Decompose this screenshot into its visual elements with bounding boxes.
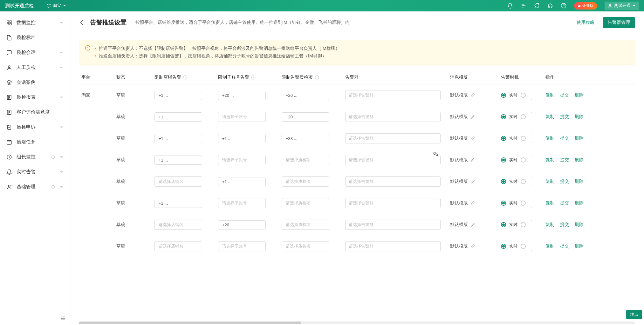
info-icon[interactable] (183, 75, 188, 80)
timing-other-radio[interactable] (521, 136, 526, 141)
edit-icon[interactable] (470, 179, 475, 184)
copy-link[interactable]: 复制 (545, 243, 554, 249)
shop-select[interactable]: +1 ... (154, 156, 202, 165)
timing-other-radio[interactable] (521, 157, 526, 162)
timing-other-radio[interactable] (521, 222, 526, 227)
alert-group-select[interactable]: 请选择告警群 (345, 155, 441, 165)
platform-selector[interactable]: 淘宝 (46, 3, 66, 9)
user-menu[interactable]: 测试开通 (605, 2, 639, 10)
subaccount-select[interactable]: +20 ... (218, 91, 266, 100)
timing-other-radio[interactable] (521, 201, 526, 206)
timing-other-radio[interactable] (521, 114, 526, 119)
copy-link[interactable]: 复制 (545, 179, 554, 184)
subaccount-select[interactable]: 请选择子账号 (218, 112, 266, 122)
timing-other-radio[interactable] (521, 179, 526, 184)
edit-icon[interactable] (470, 222, 475, 227)
subaccount-select[interactable]: 请选择子账号 (218, 198, 266, 208)
delete-link[interactable]: 删除 (575, 243, 584, 249)
table-body[interactable]: 淘宝草稿+1 ...+20 ...+20 ...请选择告警群默认模版实时复制提交… (79, 84, 635, 262)
edit-icon[interactable] (470, 93, 475, 97)
sidebar-item-11[interactable]: 基础管理 (0, 179, 70, 194)
shop-select[interactable]: +1 ... (154, 134, 202, 143)
timing-realtime-radio[interactable] (501, 157, 506, 162)
alert-group-select[interactable]: 请选择告警群 (345, 133, 441, 143)
edit-icon[interactable] (470, 136, 475, 141)
notification-icon[interactable] (507, 3, 513, 9)
shop-select[interactable]: 请选择店铺名 (154, 176, 202, 187)
sidebar-item-5[interactable]: 质检报表 (0, 90, 70, 105)
checkitem-select[interactable]: +20 ... (282, 112, 329, 122)
sidebar-item-6[interactable]: 客户评价满意度 (0, 105, 70, 120)
delete-link[interactable]: 删除 (575, 200, 584, 206)
alert-group-select[interactable]: 请选择告警群 (345, 198, 441, 208)
edit-icon[interactable] (470, 201, 475, 205)
alert-group-select[interactable]: 请选择告警群 (345, 112, 441, 122)
checkitem-select[interactable]: 请选择质检项 (282, 176, 329, 187)
submit-link[interactable]: 提交 (560, 92, 569, 98)
checkitem-select[interactable]: +20 ... (282, 91, 329, 100)
copy-link[interactable]: 复制 (545, 114, 554, 120)
timing-realtime-radio[interactable] (501, 201, 506, 206)
sidebar-item-1[interactable]: 质检标准 (0, 30, 70, 45)
timing-realtime-radio[interactable] (501, 114, 506, 119)
sidebar-item-7[interactable]: 质检申诉 (0, 120, 70, 135)
subaccount-select[interactable]: +1 ... (218, 134, 266, 143)
timing-other-radio[interactable] (521, 93, 526, 98)
manage-groups-button[interactable]: 告警群管理 (603, 17, 635, 28)
delete-link[interactable]: 删除 (575, 157, 584, 163)
subaccount-select[interactable]: 请选择子账号 (218, 241, 266, 251)
checkitem-select[interactable]: 请选择质检项 (282, 198, 329, 208)
delete-link[interactable]: 删除 (575, 114, 584, 120)
edit-icon[interactable] (470, 244, 475, 249)
submit-link[interactable]: 提交 (560, 243, 569, 249)
sync-icon[interactable] (534, 3, 540, 9)
copy-link[interactable]: 复制 (545, 200, 554, 206)
sidebar-item-8[interactable]: 质培任务 (0, 135, 70, 149)
shop-select[interactable]: 请选择店铺名 (154, 220, 202, 230)
copy-link[interactable]: 复制 (545, 92, 554, 98)
timing-realtime-radio[interactable] (501, 179, 506, 184)
copy-link[interactable]: 复制 (545, 222, 554, 228)
back-button[interactable] (79, 19, 85, 26)
alert-group-select[interactable]: 请选择告警群 (345, 176, 441, 187)
headset-icon[interactable] (547, 3, 553, 9)
alert-group-select[interactable]: 请选择告警群 (345, 90, 441, 100)
shop-select[interactable]: +1 ... (154, 112, 202, 122)
sidebar-item-3[interactable]: 人工质检 (0, 60, 70, 75)
submit-link[interactable]: 提交 (560, 114, 569, 120)
submit-link[interactable]: 提交 (560, 136, 569, 141)
timing-realtime-radio[interactable] (501, 222, 506, 227)
delete-link[interactable]: 删除 (575, 222, 584, 228)
shop-select[interactable]: 请选择店铺名 (154, 241, 202, 251)
subaccount-select[interactable]: 请选择子账号 (218, 155, 266, 165)
edit-icon[interactable] (470, 158, 475, 162)
menu-icon[interactable] (521, 3, 526, 9)
alert-group-select[interactable]: 请选择告警群 (345, 241, 441, 251)
checkitem-select[interactable]: 请选择质检项 (282, 220, 329, 230)
alert-group-select[interactable]: 请选择告警群 (345, 220, 441, 230)
subaccount-select[interactable]: +20 ... (218, 220, 266, 229)
sidebar-collapse-icon[interactable] (60, 315, 66, 321)
edit-icon[interactable] (470, 115, 475, 119)
copy-link[interactable]: 复制 (545, 157, 554, 163)
sidebar-item-9[interactable]: 组长监控 (0, 149, 70, 164)
checkitem-select[interactable]: 请选择质检项 (282, 155, 329, 165)
checkitem-select[interactable]: 请选择质检项 (282, 241, 329, 251)
delete-link[interactable]: 删除 (575, 136, 584, 141)
sidebar-item-4[interactable]: 会话案例 (0, 75, 70, 90)
sidebar-item-2[interactable]: 质检会话 (0, 45, 70, 60)
horizontal-scrollbar[interactable] (79, 322, 635, 324)
submit-link[interactable]: 提交 (560, 157, 569, 163)
timing-realtime-radio[interactable] (501, 93, 506, 98)
submit-link[interactable]: 提交 (560, 179, 569, 184)
shop-select[interactable]: +1 ... (154, 199, 202, 208)
subaccount-select[interactable]: +1 ... (218, 177, 266, 186)
checkitem-select[interactable]: +38 ... (282, 134, 329, 143)
timing-other-radio[interactable] (521, 244, 526, 249)
submit-link[interactable]: 提交 (560, 222, 569, 228)
sidebar-item-10[interactable]: 实时告警 (0, 164, 70, 179)
copy-link[interactable]: 复制 (545, 136, 554, 141)
help-icon[interactable] (561, 3, 566, 9)
timing-realtime-radio[interactable] (501, 136, 506, 141)
tracking-button[interactable]: 埋点 (626, 310, 642, 319)
